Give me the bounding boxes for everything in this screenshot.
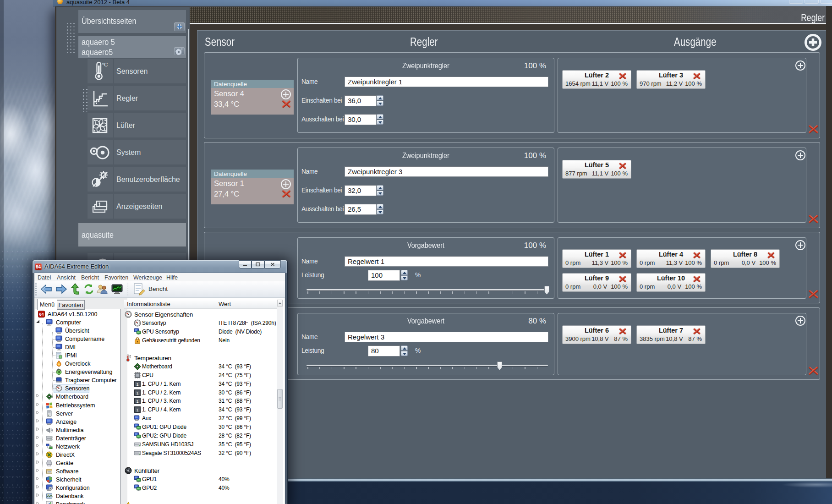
svg-text:64: 64 — [39, 312, 44, 317]
svg-text:1: 1 — [137, 391, 139, 395]
svg-text:°C: °C — [102, 62, 108, 67]
svg-text:1: 1 — [137, 408, 139, 412]
svg-text:1: 1 — [137, 399, 139, 404]
svg-text:1: 1 — [137, 382, 139, 387]
